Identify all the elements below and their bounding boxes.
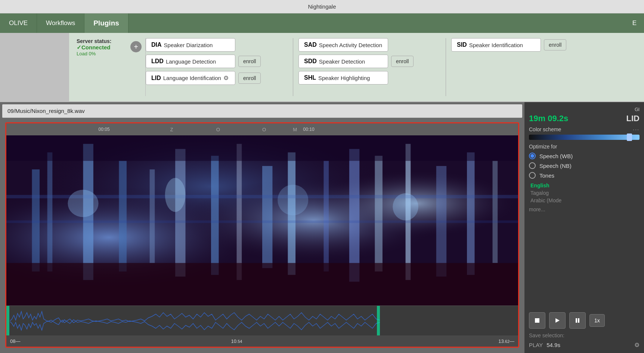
menu-plugins[interactable]: Plugins — [84, 13, 129, 33]
radio-speech-wb-inner — [530, 154, 534, 158]
plugin-sid-code: SID — [457, 42, 467, 48]
plugin-column-3: SID Speaker Identification enroll — [451, 38, 593, 96]
plugin-sid-name: Speaker Identification — [469, 42, 523, 48]
radio-tones: Tones — [529, 172, 640, 179]
svg-point-29 — [393, 193, 418, 221]
timeline-letter-o2: O — [262, 127, 266, 132]
plugin-lid-enroll[interactable]: enroll — [238, 73, 261, 84]
play-label: PLAY — [529, 342, 543, 348]
plugin-ldd-button[interactable]: LDD Language Detection — [146, 55, 235, 68]
time-left: 08— — [10, 338, 20, 344]
waveform-box[interactable]: 00:05 Z O O M 00:10 — [5, 122, 519, 348]
waveform — [6, 306, 518, 335]
plugin-lid-button[interactable]: LID Language Identification ⚙ — [146, 71, 235, 85]
radio-speech-wb-label: Speech (WB) — [539, 153, 573, 159]
more-button[interactable]: more... — [529, 206, 640, 212]
panel-top: 19m 09.2s LID — [529, 114, 640, 123]
right-panel: Gl 19m 09.2s LID Color scheme ··· Optimi… — [524, 102, 644, 353]
pause-icon — [575, 317, 580, 323]
plugin-lid-name: Language Identification — [163, 75, 221, 81]
play-button[interactable] — [549, 312, 566, 329]
svg-rect-22 — [6, 263, 518, 306]
svg-point-27 — [165, 178, 186, 212]
plugin-lid-code: LID — [151, 75, 161, 82]
plugin-ldd-code: LDD — [151, 58, 164, 65]
svg-rect-31 — [377, 306, 380, 335]
time-labels-bar: 08— 10.54 13.62— — [6, 335, 518, 347]
plugin-sdd-name: Speaker Detection — [319, 58, 365, 65]
lang-tagalog: Tagalog — [530, 189, 640, 197]
plugins-area: Server status: ✓Connected Load 0% + DIA … — [69, 33, 644, 102]
plugin-row-lid: LID Language Identification ⚙ enroll — [146, 71, 280, 85]
color-bar[interactable] — [529, 135, 640, 140]
lid-label: LID — [626, 114, 640, 123]
svg-rect-32 — [535, 318, 539, 323]
load-status: Load 0% — [77, 51, 140, 56]
plugin-row-shl: SHL Speaker Highlighting — [298, 71, 433, 85]
add-button[interactable]: + — [130, 41, 142, 52]
speed-button[interactable]: 1x — [589, 314, 605, 327]
timeline-letter-o1: O — [216, 127, 220, 132]
svg-rect-23 — [6, 135, 518, 161]
play-icon — [554, 317, 560, 323]
plugin-sid-button[interactable]: SID Speaker Identification — [451, 38, 541, 52]
settings-gear-icon[interactable]: ⚙ — [634, 341, 640, 349]
svg-rect-6 — [47, 153, 53, 272]
svg-rect-35 — [578, 318, 579, 323]
svg-point-28 — [278, 185, 308, 215]
svg-marker-33 — [555, 318, 560, 323]
gear-icon[interactable]: ⚙ — [223, 74, 229, 82]
menu-bar: OLIVE Workflows Plugins E — [0, 13, 644, 33]
plugin-column-2: SAD Speech Activity Detection SDD Speake… — [298, 38, 440, 96]
timeline-letter-z: Z — [170, 127, 173, 132]
plugin-sad-button[interactable]: SAD Speech Activity Detection — [298, 38, 388, 52]
plugin-shl-button[interactable]: SHL Speaker Highlighting — [298, 71, 388, 85]
content-area: 09/Music/Nixon_resign_8k.wav 00:05 Z O O… — [0, 102, 644, 353]
lang-english: English — [530, 182, 640, 189]
color-bar-thumb[interactable] — [627, 133, 632, 141]
language-list: English Tagalog Arabic (Mode — [530, 182, 640, 204]
save-selection-label: Save selection: — [529, 332, 640, 338]
plugin-row-sad: SAD Speech Activity Detection — [298, 38, 433, 52]
svg-rect-20 — [467, 153, 475, 275]
radio-speech-nb-circle[interactable] — [529, 162, 536, 169]
timeline-marker-1: 00:05 — [99, 127, 110, 132]
play-duration: 54.9s — [547, 342, 560, 348]
plugin-shl-code: SHL — [304, 74, 316, 81]
waveform-area: 09/Music/Nixon_resign_8k.wav 00:05 Z O O… — [0, 102, 524, 353]
color-bar-container — [529, 135, 640, 140]
dots-menu-button[interactable]: ··· — [633, 126, 640, 132]
menu-extra[interactable]: E — [625, 13, 644, 33]
time-right: 13.62— — [498, 338, 514, 344]
plugin-ldd-enroll[interactable]: enroll — [238, 56, 261, 67]
radio-speech-nb-label: Speech (NB) — [539, 163, 572, 169]
timeline-letter-m: M — [293, 127, 297, 132]
menu-workflows[interactable]: Workflows — [37, 13, 84, 33]
plugin-shl-name: Speaker Highlighting — [318, 75, 370, 81]
plugin-sid-enroll[interactable]: enroll — [544, 39, 566, 50]
plugin-sdd-button[interactable]: SDD Speaker Detection — [298, 55, 388, 68]
plugin-dia-button[interactable]: DIA Speaker Diarization — [146, 38, 235, 52]
svg-rect-10 — [175, 149, 185, 276]
svg-rect-12 — [237, 144, 242, 280]
radio-speech-wb-circle[interactable] — [529, 153, 536, 159]
title-bar: Nightingale — [0, 0, 644, 13]
spectrogram-svg — [6, 135, 518, 306]
divider-2 — [446, 38, 446, 96]
color-scheme-row: Color scheme ··· — [529, 126, 640, 132]
pause-button[interactable] — [569, 312, 586, 329]
radio-tones-label: Tones — [539, 172, 554, 179]
transport-controls: 1x — [529, 312, 640, 329]
stop-button[interactable] — [529, 312, 545, 329]
menu-olive[interactable]: OLIVE — [0, 13, 37, 33]
svg-rect-25 — [6, 221, 518, 223]
timeline: 00:05 Z O O M 00:10 — [6, 123, 518, 135]
svg-rect-30 — [6, 306, 9, 335]
plugin-row-ldd: LDD Language Detection enroll — [146, 55, 280, 68]
plugin-row-sid: SID Speaker Identification enroll — [451, 38, 586, 52]
svg-point-26 — [68, 190, 98, 217]
radio-tones-circle[interactable] — [529, 172, 536, 179]
timeline-marker-2: 00:10 — [303, 127, 315, 132]
filepath-text: 09/Music/Nixon_resign_8k.wav — [7, 108, 85, 114]
plugin-sdd-enroll[interactable]: enroll — [391, 56, 414, 67]
